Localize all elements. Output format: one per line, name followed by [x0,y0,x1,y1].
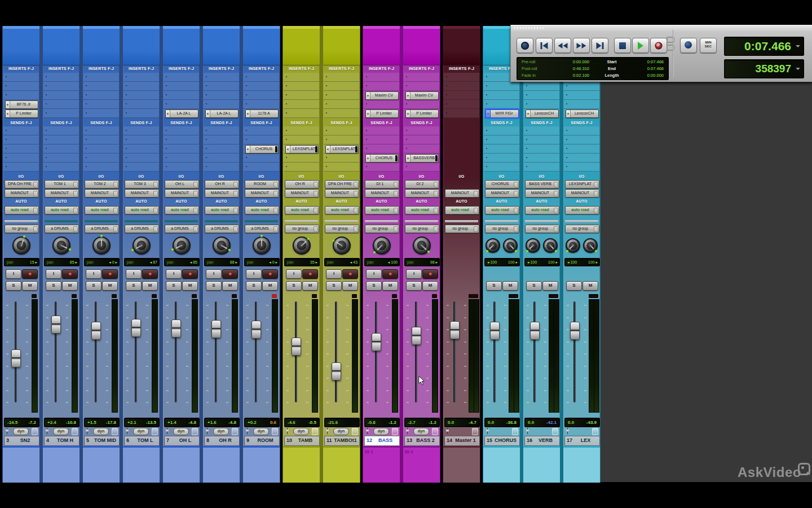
pan-display[interactable]: pan◂ 87 [124,258,160,266]
output-window-icon[interactable] [152,428,158,435]
clip-indicator[interactable] [432,294,437,298]
insert-assignment-button[interactable]: Maxim CV [405,91,439,100]
insert-slot[interactable] [83,91,119,100]
track-name[interactable]: 12BASS [364,436,400,446]
insert-assignment-button[interactable]: P Limiter [5,110,38,118]
record-enable-button[interactable] [422,269,438,279]
mini-fader-icon[interactable] [205,428,209,434]
clip-indicator[interactable] [72,294,77,298]
send-slot[interactable]: LEXSNPLAT [284,144,319,154]
mini-fader-icon[interactable] [165,428,169,434]
send-slot[interactable]: LEXSNPLAT [324,144,359,154]
send-slot[interactable] [524,135,559,144]
input-path-selector[interactable]: DPA OH FRE [325,180,359,189]
fader-handle[interactable] [211,320,221,338]
input-path-selector[interactable]: DPA OH FRE [5,180,39,189]
group-selector[interactable]: a DRUMS [85,225,119,233]
dyn-button[interactable]: dyn [173,428,189,435]
dyn-button[interactable]: dyn [53,428,69,435]
insert-slot[interactable] [3,73,39,82]
insert-slot[interactable]: LA-2A L [164,109,199,118]
volume-peak-display[interactable]: +0.20.6 [244,418,280,427]
input-path-selector[interactable]: CHORUS [485,180,519,189]
track-name[interactable]: 17LEX [564,436,600,446]
send-slot[interactable] [324,163,359,172]
pan-display[interactable]: ◂ 100100 ▸ [564,258,600,266]
insert-slot[interactable] [484,91,519,100]
insert-slot[interactable] [3,91,39,100]
mute-button[interactable]: M [262,281,278,291]
send-slot[interactable] [404,144,439,154]
insert-slot[interactable] [204,82,239,91]
automation-mode-selector[interactable]: auto read [565,206,599,214]
record-enable-button[interactable] [382,269,398,279]
insert-slot[interactable] [83,82,119,91]
insert-slot[interactable]: P Limiter [364,109,399,118]
insert-slot[interactable] [123,109,159,118]
input-path-selector[interactable]: TOM 1 [45,180,79,189]
insert-slot[interactable] [204,91,239,100]
pan-display[interactable]: pan88 ▸ [204,258,240,266]
automation-mode-selector[interactable]: auto read [205,206,239,214]
send-slot[interactable] [43,144,79,154]
pan-knob[interactable] [12,237,30,255]
group-selector[interactable]: no group [285,225,319,233]
insert-slot[interactable] [364,82,399,91]
transport-go-to-end-button[interactable] [592,38,608,53]
group-selector[interactable]: a DRUMS [125,225,159,233]
sub-counter[interactable]: 358397 [724,59,804,78]
send-slot[interactable] [364,163,399,172]
input-monitor-button[interactable]: I [126,269,142,279]
output-window-icon[interactable] [32,428,38,435]
insert-slot[interactable] [564,91,599,100]
fader-handle[interactable] [372,333,381,351]
track-name[interactable]: 11TAMBOt1 [324,436,360,446]
insert-slot[interactable] [43,100,79,109]
mini-fader-icon[interactable] [526,428,529,434]
send-slot[interactable] [524,163,559,172]
output-window-icon[interactable] [312,428,318,435]
record-enable-button[interactable] [142,269,158,279]
send-slot[interactable] [244,135,279,144]
input-path-selector[interactable]: LEXSNPLAT [565,180,599,189]
insert-slot[interactable] [43,91,79,100]
send-slot[interactable] [164,135,199,144]
main-counter[interactable]: 0:07.466 [724,37,804,56]
send-slot[interactable] [43,163,79,172]
mute-button[interactable]: M [382,281,398,291]
dyn-button[interactable]: dyn [133,428,149,435]
group-selector[interactable]: no group [365,225,399,233]
group-selector[interactable]: no group [565,225,599,233]
insert-assignment-button[interactable]: BF76 Jr [5,100,38,109]
record-enable-button[interactable] [342,269,358,279]
track-name[interactable]: 9ROOM [244,436,280,446]
output-path-selector[interactable]: MAINOUT [285,189,319,198]
send-slot[interactable] [123,135,159,144]
insert-slot[interactable] [83,100,119,109]
insert-slot[interactable] [284,82,319,91]
clip-indicator[interactable] [272,294,277,298]
send-slot[interactable] [204,163,239,172]
input-monitor-button[interactable]: I [286,269,302,279]
fader-handle[interactable] [332,362,341,380]
solo-button[interactable]: S [406,281,422,291]
track-name[interactable]: 14Master 1 [444,436,480,446]
insert-slot[interactable]: Maxim CV [404,91,439,100]
volume-peak-display[interactable]: -4.6-0.5 [284,418,320,427]
solo-button[interactable]: S [566,281,582,291]
send-slot[interactable]: BASSVERB [404,154,439,163]
dyn-button[interactable]: dyn [13,428,29,435]
pan-knob[interactable] [52,237,70,255]
volume-peak-display[interactable]: 0.0-36.8 [484,418,520,427]
input-monitor-button[interactable]: I [366,269,382,279]
fader-handle[interactable] [91,322,101,340]
output-path-selector[interactable]: MAINOUT [5,189,39,198]
insert-assignment-button[interactable]: LexiconCH [526,110,559,118]
track-name[interactable]: 15CHORUS [484,436,520,446]
mini-fader-icon[interactable] [365,428,369,434]
insert-slot[interactable]: BF76 Jr [3,100,39,109]
send-slot[interactable] [564,135,599,144]
send-slot[interactable] [364,126,399,135]
insert-slot[interactable] [404,100,439,109]
mini-fader-icon[interactable] [45,428,49,434]
